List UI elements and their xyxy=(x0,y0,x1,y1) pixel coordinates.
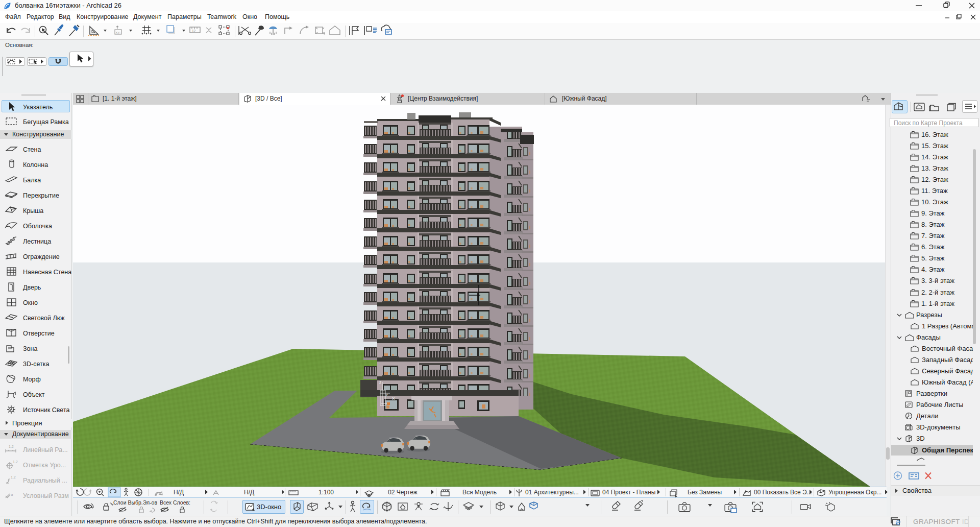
svg-text:z: z xyxy=(379,380,381,385)
svg-text:XY:: XY: xyxy=(116,31,121,34)
svg-text:1.2: 1.2 xyxy=(9,445,14,448)
svg-text:12: 12 xyxy=(192,29,196,33)
svg-text:1.2: 1.2 xyxy=(11,475,16,479)
svg-text:Y: Y xyxy=(385,393,388,397)
svg-text:X: X xyxy=(392,396,395,401)
svg-text:1.2: 1.2 xyxy=(13,460,18,464)
svg-text:α: α xyxy=(11,492,13,497)
